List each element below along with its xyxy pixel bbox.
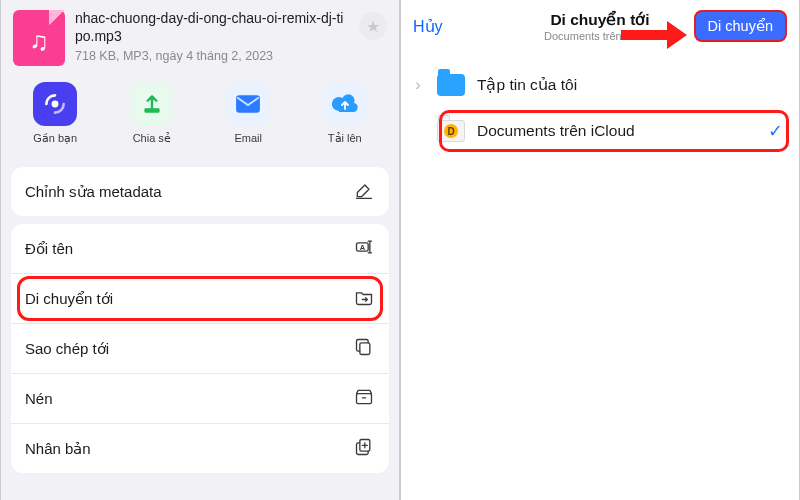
pencil-icon	[353, 180, 375, 203]
checkmark-icon: ✓	[768, 120, 783, 142]
actions-card-1: Chỉnh sửa metadata	[11, 167, 389, 216]
file-header: ♫ nhac-chuong-day-di-ong-chau-oi-remix-d…	[1, 0, 399, 78]
share-up-icon	[130, 82, 174, 126]
svg-rect-6	[357, 394, 372, 404]
file-name: nhac-chuong-day-di-ong-chau-oi-remix-dj-…	[75, 10, 349, 45]
duplicate-row[interactable]: Nhân bản	[11, 423, 389, 473]
location-list: › Tập tin của tôi D Documents trên iClou…	[401, 62, 799, 154]
folder-move-icon	[353, 287, 375, 310]
music-note-icon: ♫	[29, 25, 49, 56]
location-my-files-label: Tập tin của tôi	[477, 76, 577, 94]
location-my-files[interactable]: › Tập tin của tôi	[401, 62, 799, 108]
move-destination-panel: Hủy Di chuyển tới Documents trên iCloud …	[400, 0, 800, 500]
file-thumbnail: ♫	[13, 10, 65, 66]
email-label: Email	[234, 132, 262, 144]
svg-point-0	[52, 101, 59, 108]
nearby-icon	[33, 82, 77, 126]
svg-rect-5	[360, 343, 370, 355]
share-sheet-panel: ♫ nhac-chuong-day-di-ong-chau-oi-remix-d…	[0, 0, 400, 500]
star-icon: ★	[366, 17, 380, 36]
archive-icon	[353, 387, 375, 410]
edit-metadata-row[interactable]: Chỉnh sửa metadata	[11, 167, 389, 216]
move-to-label: Di chuyển tới	[25, 290, 353, 308]
rename-label: Đổi tên	[25, 240, 353, 258]
move-to-row[interactable]: Di chuyển tới	[11, 273, 389, 323]
location-documents-label: Documents trên iCloud	[477, 122, 635, 140]
folder-blue-icon	[437, 74, 465, 96]
rename-icon: A	[353, 237, 375, 260]
upload-button[interactable]: Tải lên	[323, 82, 367, 145]
edit-metadata-label: Chỉnh sửa metadata	[25, 183, 353, 201]
compress-label: Nén	[25, 390, 353, 407]
location-documents-icloud[interactable]: D Documents trên iCloud ✓	[401, 108, 799, 154]
favorite-button[interactable]: ★	[359, 12, 387, 40]
nav-title: Di chuyển tới	[544, 11, 656, 29]
email-button[interactable]: Email	[226, 82, 270, 145]
nearby-share-button[interactable]: Gần bạn	[33, 82, 77, 145]
compress-row[interactable]: Nén	[11, 373, 389, 423]
nearby-label: Gần bạn	[33, 132, 77, 145]
chevron-right-icon: ›	[411, 76, 425, 94]
upload-label: Tải lên	[328, 132, 362, 145]
nav-subtitle: Documents trên iCloud	[544, 30, 656, 42]
cancel-button[interactable]: Hủy	[413, 17, 443, 36]
svg-rect-2	[236, 95, 260, 112]
nav-title-block: Di chuyển tới Documents trên iCloud	[544, 11, 656, 42]
actions-card-2: Đổi tên A Di chuyển tới Sao chép tới Né	[11, 224, 389, 473]
share-row: Gần bạn Chia sẻ Email Tải lên	[1, 78, 399, 159]
rename-row[interactable]: Đổi tên A	[11, 224, 389, 273]
share-button[interactable]: Chia sẻ	[130, 82, 174, 145]
svg-rect-1	[144, 108, 159, 112]
copy-icon	[353, 337, 375, 360]
svg-text:A: A	[360, 243, 366, 252]
duplicate-icon	[353, 437, 375, 460]
file-meta: nhac-chuong-day-di-ong-chau-oi-remix-dj-…	[75, 10, 349, 63]
copy-to-label: Sao chép tới	[25, 340, 353, 358]
move-button[interactable]: Di chuyển	[694, 10, 787, 42]
duplicate-label: Nhân bản	[25, 440, 353, 458]
folder-documents-icon: D	[437, 120, 465, 142]
share-label: Chia sẻ	[133, 132, 171, 145]
nav-bar: Hủy Di chuyển tới Documents trên iCloud …	[401, 0, 799, 48]
mail-icon	[226, 82, 270, 126]
file-subtitle: 718 KB, MP3, ngày 4 tháng 2, 2023	[75, 49, 349, 63]
cloud-upload-icon	[323, 82, 367, 126]
copy-to-row[interactable]: Sao chép tới	[11, 323, 389, 373]
